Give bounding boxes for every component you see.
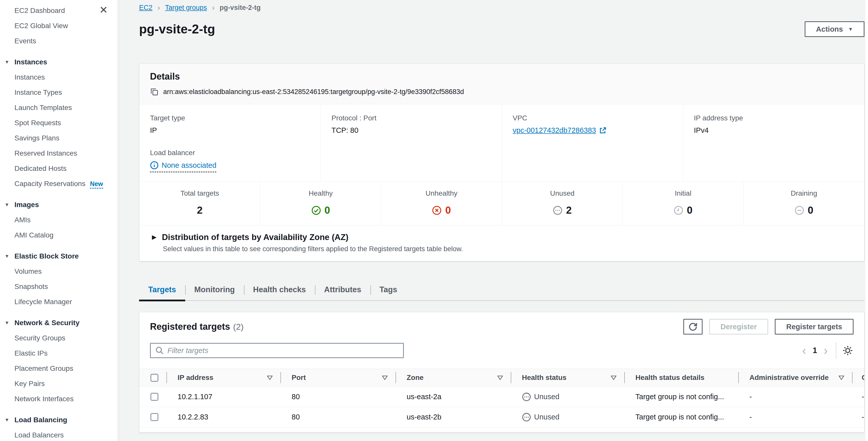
target-type-value: IP [150,126,315,135]
filter-targets-input[interactable] [167,347,399,355]
stat-value: 0 [445,205,451,216]
cell-port: 80 [280,407,396,427]
select-all-checkbox[interactable] [151,374,158,382]
info-icon [150,161,159,170]
disclosure-right-icon: ▶ [152,234,156,240]
caret-down-icon: ▼ [5,55,9,70]
vpc-link[interactable]: vpc-00127432db7286383 [513,126,596,135]
tab-attributes[interactable]: Attributes [315,279,370,300]
sidebar-item-placement-groups[interactable]: Placement Groups [0,361,120,376]
ec2-sidebar: ✕ EC2 Dashboard EC2 Global View Events ▼… [0,0,120,441]
stat-value: 2 [566,205,571,216]
sidebar-section-instances[interactable]: ▼ Instances [0,55,120,70]
row-checkbox[interactable] [151,413,158,421]
sidebar-item-elastic-ips[interactable]: Elastic IPs [0,346,120,361]
stat-initial: Initial 0 [622,182,743,225]
column-header-zone[interactable]: Zone [396,369,511,386]
load-balancer-label: Load balancer [150,149,315,157]
sidebar-item-spot-requests[interactable]: Spot Requests [0,115,120,130]
filter-triangle-icon[interactable] [382,375,388,380]
sidebar-section-elastic-block-store[interactable]: ▼ Elastic Block Store [0,248,120,264]
cell-health-status-details: Target group is not config... [624,407,738,427]
cell-zone: us-east-2a [396,387,511,407]
column-label: Health status details [636,374,704,382]
copy-icon[interactable] [150,87,159,96]
register-targets-button[interactable]: Register targets [775,319,854,334]
table-row[interactable]: 10.2.1.107 80 us-east-2a Unused Target g… [140,387,864,407]
sidebar-item-capacity-reservations[interactable]: Capacity ReservationsNew [0,176,120,192]
search-icon [155,346,164,355]
new-badge[interactable]: New [90,180,103,188]
sidebar-item-volumes[interactable]: Volumes [0,264,120,279]
sidebar-item-ami-catalog[interactable]: AMI Catalog [0,228,120,243]
chevron-right-icon: › [158,3,160,12]
sidebar-item-savings-plans[interactable]: Savings Plans [0,130,120,146]
deregister-button[interactable]: Deregister [709,319,768,334]
sidebar-section-load-balancing[interactable]: ▼ Load Balancing [0,412,120,428]
filter-triangle-icon[interactable] [267,375,273,380]
tab-targets[interactable]: Targets [139,279,185,300]
sidebar-item-security-groups[interactable]: Security Groups [0,330,120,346]
sidebar-item-events[interactable]: Events [0,33,120,49]
filter-triangle-icon[interactable] [497,375,503,380]
sidebar-item-launch-templates[interactable]: Launch Templates [0,100,120,115]
cell-cut-off: - [852,407,864,427]
filter-triangle-icon[interactable] [611,375,617,380]
sidebar-item-ec2-dashboard[interactable]: EC2 Dashboard [0,3,120,18]
refresh-button[interactable] [683,319,703,334]
column-header-port[interactable]: Port [280,369,396,386]
refresh-icon [688,322,698,332]
divider [836,342,836,359]
column-label: IP address [178,374,213,382]
page-title: pg-vsite-2-tg [139,22,215,36]
caret-down-icon: ▼ [848,26,853,32]
sidebar-item-dedicated-hosts[interactable]: Dedicated Hosts [0,161,120,176]
sidebar-item-amis[interactable]: AMIs [0,212,120,228]
sidebar-section-images[interactable]: ▼ Images [0,197,120,212]
registered-targets-count: (2) [233,322,244,331]
cell-administrative-override: - [738,387,852,407]
ip-address-type-value: IPv4 [694,126,859,135]
sidebar-item-network-interfaces[interactable]: Network Interfaces [0,391,120,407]
sidebar-item-lifecycle-manager[interactable]: Lifecycle Manager [0,294,120,310]
tab-monitoring[interactable]: Monitoring [185,279,244,300]
tab-health-checks[interactable]: Health checks [244,279,315,300]
az-distribution-title: Distribution of targets by Availability … [162,232,348,242]
caret-down-icon: ▼ [5,315,9,330]
sidebar-item-instances[interactable]: Instances [0,70,120,85]
az-distribution-subtitle: Select values in this table to see corre… [163,245,854,253]
details-fields: Target type IP Load balancer None associ… [140,105,864,181]
sidebar-item-key-pairs[interactable]: Key Pairs [0,376,120,391]
filter-triangle-icon[interactable] [838,375,844,380]
actions-button-label: Actions [816,25,843,33]
sidebar-item-reserved-instances[interactable]: Reserved Instances [0,146,120,161]
sidebar-item-snapshots[interactable]: Snapshots [0,279,120,294]
tab-tags[interactable]: Tags [370,279,406,300]
az-distribution-toggle[interactable]: ▶ Distribution of targets by Availabilit… [152,232,854,242]
breadcrumb-link-target-groups[interactable]: Target groups [165,4,207,12]
sidebar-section-network-security[interactable]: ▼ Network & Security [0,315,120,330]
load-balancer-none-associated[interactable]: None associated [150,161,216,172]
cell-health-status-details: Target group is not config... [624,387,738,407]
column-header-ip-address[interactable]: IP address [166,369,280,386]
sidebar-item-ec2-global-view[interactable]: EC2 Global View [0,18,120,33]
column-header-health-status[interactable]: Health status [511,369,624,386]
health-status-text: Unused [534,413,559,421]
sidebar-item-load-balancers[interactable]: Load Balancers [0,428,120,441]
table-row[interactable]: 10.2.2.83 80 us-east-2b Unused Target gr… [140,407,864,427]
actions-button[interactable]: Actions ▼ [805,21,864,37]
sidebar-section-label: Elastic Block Store [14,252,79,260]
check-circle-icon [311,206,321,215]
column-header-administrative-override[interactable]: Administrative override [738,369,852,386]
breadcrumb: EC2 › Target groups › pg-vsite-2-tg [139,2,864,13]
column-label: C [862,374,864,382]
chevron-right-icon[interactable]: › [821,345,830,357]
column-header-health-status-details[interactable]: Health status details [624,369,738,386]
chevron-left-icon[interactable]: ‹ [800,345,809,357]
page-scrollbar[interactable] [865,0,868,441]
row-checkbox[interactable] [151,393,158,401]
page-number[interactable]: 1 [809,346,821,355]
sidebar-item-instance-types[interactable]: Instance Types [0,85,120,100]
breadcrumb-link-ec2[interactable]: EC2 [139,4,153,12]
gear-icon[interactable] [842,345,854,356]
